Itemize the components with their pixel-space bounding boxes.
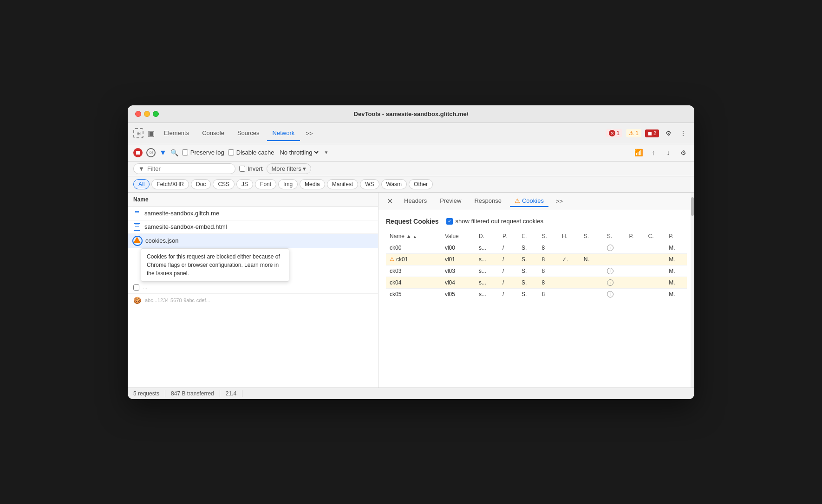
list-item-selected[interactable]: cookies.json	[128, 234, 378, 248]
cookie-p2-cell	[625, 253, 644, 265]
inspector-icon[interactable]: ⊞	[133, 128, 144, 138]
file-content-partial: abc...1234-5678-9abc-cdef...	[145, 297, 210, 303]
preserve-log-checkbox[interactable]	[182, 149, 188, 155]
type-filter-ws[interactable]: WS	[360, 179, 379, 189]
table-row: ck00vl00s.../S.8iM.	[386, 242, 687, 253]
info-icon[interactable]: i	[607, 279, 613, 286]
cookies-table: Name ▲ Value D. P. E. S. H. S. S. P. C. …	[386, 231, 687, 300]
preserve-log-label[interactable]: Preserve log	[182, 149, 224, 156]
tab-preview[interactable]: Preview	[435, 195, 466, 207]
col-h: H.	[558, 231, 580, 242]
more-detail-tabs-button[interactable]: >>	[552, 196, 567, 206]
settings-icon[interactable]: ⚙	[663, 128, 674, 139]
issues-badge: ◼ 2	[645, 129, 659, 137]
cookie-p2-cell	[625, 265, 644, 277]
item-checkbox[interactable]	[133, 284, 139, 291]
throttle-select[interactable]: No throttling	[278, 149, 320, 156]
download-icon[interactable]: ↓	[663, 147, 674, 158]
device-toolbar-icon[interactable]: ▣	[145, 128, 157, 139]
cookie-s2-cell: N..	[580, 253, 603, 265]
col-value: Value	[441, 231, 475, 242]
cookie-tab-warning-icon: ⚠	[515, 197, 520, 204]
scrollbar-thumb[interactable]	[691, 197, 694, 216]
show-filtered-label[interactable]: ✓ show filtered out request cookies	[446, 218, 543, 225]
list-item-cookie[interactable]: 🍪 abc...1234-5678-9abc-cdef...	[128, 294, 378, 307]
cookie-h-cell	[558, 242, 580, 253]
info-icon[interactable]: i	[607, 268, 613, 274]
devtools-toolbar: ⊞ ▣ Elements Console Sources Network >> …	[128, 123, 694, 144]
show-filtered-checkbox[interactable]: ✓	[446, 218, 453, 225]
type-filter-media[interactable]: Media	[300, 179, 325, 189]
cookie-c-cell	[645, 253, 665, 265]
clear-button[interactable]: ⊘	[146, 148, 156, 157]
type-filter-doc[interactable]: Doc	[191, 179, 211, 189]
more-options-icon[interactable]: ⋮	[678, 128, 689, 139]
tab-network[interactable]: Network	[267, 126, 300, 141]
tab-cookies[interactable]: ⚠ Cookies	[510, 195, 548, 207]
cookie-value-cell: vl01	[441, 253, 475, 265]
cookie-c-cell	[645, 265, 665, 277]
more-filters-button[interactable]: More filters ▾	[267, 163, 312, 174]
cookie-h-cell: ✓.	[558, 253, 580, 265]
cookie-d-cell: s...	[475, 265, 499, 277]
tab-response[interactable]: Response	[470, 195, 506, 207]
cookie-c-cell	[645, 277, 665, 288]
file-list-header: Name	[128, 193, 378, 207]
disable-cache-label[interactable]: Disable cache	[228, 149, 274, 156]
tab-elements[interactable]: Elements	[158, 126, 195, 141]
status-bar: 5 requests 847 B transferred 21.4	[128, 388, 694, 399]
type-filter-font[interactable]: Font	[255, 179, 276, 189]
title-bar: DevTools - samesite-sandbox.glitch.me/	[128, 105, 694, 123]
info-icon[interactable]: i	[607, 245, 613, 251]
cookie-name-cell: ck05	[386, 288, 441, 300]
upload-icon[interactable]: ↑	[648, 147, 659, 158]
type-filter-fetch-xhr[interactable]: Fetch/XHR	[151, 179, 189, 189]
tab-console[interactable]: Console	[196, 126, 230, 141]
wifi-icon[interactable]: 📶	[633, 147, 644, 158]
vertical-scrollbar[interactable]	[691, 193, 694, 388]
col-d: D.	[475, 231, 499, 242]
list-item-checkbox[interactable]: ...	[128, 282, 378, 294]
cookie-p3-cell: M.	[665, 265, 687, 277]
cookie-p2-cell	[625, 277, 644, 288]
more-tabs-button[interactable]: >>	[302, 129, 316, 138]
type-filter-other[interactable]: Other	[409, 179, 433, 189]
search-icon[interactable]: 🔍	[170, 149, 178, 156]
filter-input[interactable]	[147, 165, 222, 172]
list-item[interactable]: samesite-sandbox-embed.html	[128, 220, 378, 234]
cookie-p-cell: /	[499, 288, 518, 300]
requests-count: 5 requests	[133, 390, 165, 397]
type-filter-wasm[interactable]: Wasm	[381, 179, 407, 189]
network-settings-icon[interactable]: ⚙	[678, 147, 689, 158]
table-row: ck04vl04s.../S.8iM.	[386, 277, 687, 288]
disable-cache-checkbox[interactable]	[228, 149, 234, 155]
list-item[interactable]: samesite-sandbox.glitch.me	[128, 207, 378, 220]
filter-icon[interactable]: ▼	[159, 149, 167, 157]
stop-recording-button[interactable]	[133, 148, 143, 157]
invert-label[interactable]: Invert	[239, 165, 263, 172]
cookie-c-cell	[645, 288, 665, 300]
maximize-button[interactable]	[153, 111, 159, 117]
cookie-name-cell: ⚠ ck01	[386, 253, 441, 265]
close-panel-button[interactable]: ✕	[384, 196, 396, 207]
col-p3: P.	[665, 231, 687, 242]
type-filter-all[interactable]: All	[133, 179, 150, 189]
file-name-partial: ...	[143, 284, 147, 290]
col-s2: S.	[580, 231, 603, 242]
minimize-button[interactable]	[144, 111, 150, 117]
stop-icon	[136, 151, 140, 155]
col-name[interactable]: Name ▲	[386, 231, 441, 242]
close-button[interactable]	[135, 111, 141, 117]
invert-checkbox[interactable]	[239, 166, 245, 172]
doc-icon	[133, 210, 141, 217]
type-filter-manifest[interactable]: Manifest	[327, 179, 358, 189]
type-filter-css[interactable]: CSS	[213, 179, 235, 189]
doc-icon	[133, 223, 141, 231]
traffic-lights	[135, 111, 159, 117]
type-filter-js[interactable]: JS	[236, 179, 253, 189]
type-filter-img[interactable]: Img	[278, 179, 298, 189]
tab-sources[interactable]: Sources	[232, 126, 265, 141]
tab-headers[interactable]: Headers	[399, 195, 431, 207]
cookie-icon: 🍪	[133, 297, 141, 304]
info-icon[interactable]: i	[607, 291, 613, 297]
